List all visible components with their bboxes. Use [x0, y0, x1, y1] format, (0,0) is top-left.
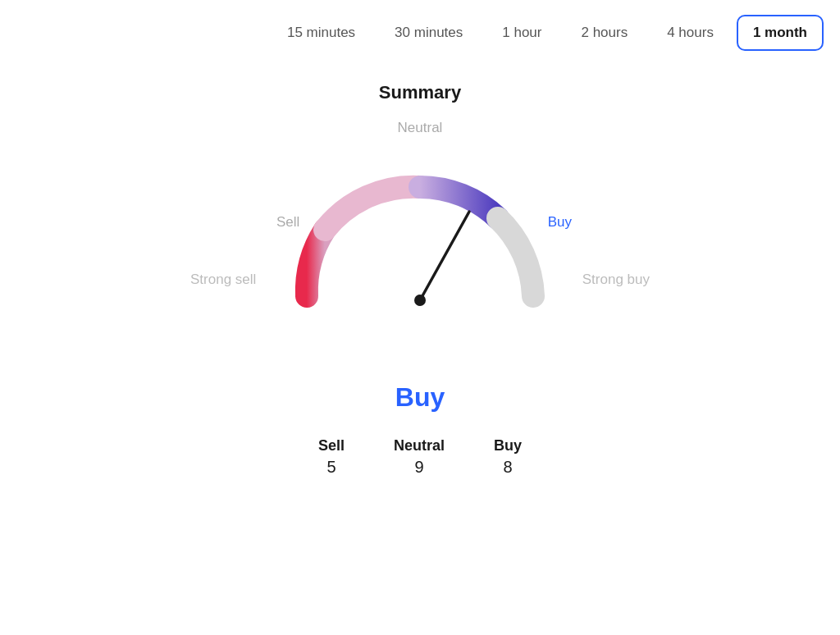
- time-btn-4h[interactable]: 4 hours: [651, 15, 730, 51]
- label-strong-buy: Strong buy: [582, 272, 650, 288]
- stats-row: Sell 5 Neutral 9 Buy 8: [318, 437, 522, 477]
- result-label: Buy: [395, 382, 445, 413]
- time-btn-1mo[interactable]: 1 month: [737, 15, 824, 51]
- stat-sell-value: 5: [326, 458, 336, 477]
- time-nav: 15 minutes 30 minutes 1 hour 2 hours 4 h…: [0, 0, 840, 66]
- stat-neutral: Neutral 9: [394, 437, 445, 477]
- stat-buy: Buy 8: [494, 437, 522, 477]
- time-btn-2h[interactable]: 2 hours: [564, 15, 644, 51]
- label-neutral: Neutral: [398, 120, 443, 136]
- gauge-svg: [256, 136, 584, 317]
- stat-sell-label: Sell: [318, 437, 345, 455]
- stat-neutral-value: 9: [414, 458, 423, 477]
- time-btn-1h[interactable]: 1 hour: [486, 15, 558, 51]
- stat-sell: Sell 5: [318, 437, 345, 477]
- svg-point-1: [414, 295, 426, 306]
- time-btn-30min[interactable]: 30 minutes: [378, 15, 479, 51]
- summary-section: Summary Neutral Sell Buy Strong sell Str…: [0, 82, 840, 477]
- stat-buy-label: Buy: [494, 437, 522, 455]
- stat-neutral-label: Neutral: [394, 437, 445, 455]
- gauge-wrapper: Neutral Sell Buy Strong sell Strong buy: [190, 120, 650, 374]
- label-strong-sell: Strong sell: [190, 272, 256, 288]
- summary-title: Summary: [379, 82, 461, 103]
- time-btn-15min[interactable]: 15 minutes: [271, 15, 372, 51]
- svg-line-0: [420, 212, 469, 300]
- stat-buy-value: 8: [503, 458, 512, 477]
